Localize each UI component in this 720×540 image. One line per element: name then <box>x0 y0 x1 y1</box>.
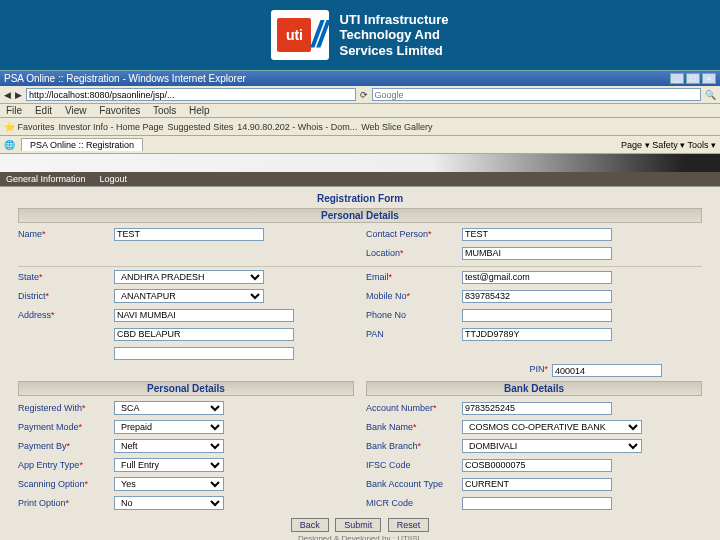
label-bankname: Bank Name* <box>366 422 458 432</box>
menu-view[interactable]: View <box>65 105 87 116</box>
fav-link-4[interactable]: Web Slice Gallery <box>361 122 432 132</box>
registration-form: Registration Form Personal Details Name*… <box>0 187 720 540</box>
paymode-select[interactable]: Prepaid <box>114 420 224 434</box>
slash-icon: // <box>311 14 323 56</box>
label-paymode: Payment Mode* <box>18 422 110 432</box>
label-apptype: App Entry Type* <box>18 460 110 470</box>
back-icon[interactable]: ◀ <box>4 90 11 100</box>
page-body: General Information Logout Registration … <box>0 154 720 540</box>
menu-bar: File Edit View Favorites Tools Help <box>0 104 720 118</box>
label-printopt: Print Option* <box>18 498 110 508</box>
label-email: Email* <box>366 272 458 282</box>
label-district: District* <box>18 291 110 301</box>
tab-active[interactable]: PSA Online :: Registration <box>21 138 143 151</box>
address1-field[interactable] <box>114 309 294 322</box>
name-field[interactable] <box>114 228 264 241</box>
label-pan: PAN <box>366 329 458 339</box>
menu-tools[interactable]: Tools <box>153 105 176 116</box>
section-personal-2: Personal Details <box>18 381 354 396</box>
label-pin: PIN* <box>529 364 548 377</box>
address-bar-row: ◀ ▶ ⟳ 🔍 <box>0 86 720 104</box>
address-input[interactable] <box>26 88 356 101</box>
tab-icon: 🌐 <box>4 140 15 150</box>
window-titlebar: PSA Online :: Registration - Windows Int… <box>0 70 720 86</box>
back-button[interactable]: Back <box>291 518 329 532</box>
label-location: Location* <box>366 248 458 258</box>
menu-help[interactable]: Help <box>189 105 210 116</box>
form-title: Registration Form <box>18 193 702 204</box>
page-header-image <box>0 154 720 172</box>
mobile-field[interactable] <box>462 290 612 303</box>
label-scanopt: Scanning Option* <box>18 479 110 489</box>
email-field[interactable] <box>462 271 612 284</box>
company-line2: Technology And <box>339 27 448 43</box>
menu-favorites[interactable]: Favorites <box>99 105 140 116</box>
section-personal: Personal Details <box>18 208 702 223</box>
printopt-select[interactable]: No <box>114 496 224 510</box>
pin-field[interactable] <box>552 364 662 377</box>
address2-field[interactable] <box>114 328 294 341</box>
logo-square: uti <box>277 18 311 52</box>
label-branch: Bank Branch* <box>366 441 458 451</box>
regwith-select[interactable]: SCA <box>114 401 224 415</box>
search-icon[interactable]: 🔍 <box>705 90 716 100</box>
fav-link-1[interactable]: Investor Info - Home Page <box>59 122 164 132</box>
accttype-field[interactable] <box>462 478 612 491</box>
corporate-banner: uti // UTI Infrastructure Technology And… <box>0 0 720 70</box>
company-line3: Services Limited <box>339 43 448 59</box>
state-select[interactable]: ANDHRA PRADESH <box>114 270 264 284</box>
location-field[interactable] <box>462 247 612 260</box>
label-phone: Phone No <box>366 310 458 320</box>
label-contact: Contact Person* <box>366 229 458 239</box>
submit-button[interactable]: Submit <box>335 518 381 532</box>
fav-link-3[interactable]: 14.90.80.202 - Whois - Dom... <box>237 122 357 132</box>
bankname-select[interactable]: COSMOS CO-OPERATIVE BANK <box>462 420 642 434</box>
label-ifsc: IFSC Code <box>366 460 458 470</box>
label-payby: Payment By* <box>18 441 110 451</box>
logo: uti // <box>271 10 329 60</box>
payby-select[interactable]: Neft <box>114 439 224 453</box>
search-input[interactable] <box>372 88 702 101</box>
pan-field[interactable] <box>462 328 612 341</box>
apptype-select[interactable]: Full Entry <box>114 458 224 472</box>
nav-logout[interactable]: Logout <box>100 174 128 184</box>
label-acctno: Account Number* <box>366 403 458 413</box>
section-bank: Bank Details <box>366 381 702 396</box>
page-tools[interactable]: Page ▾ Safety ▾ Tools ▾ <box>621 140 716 150</box>
forward-icon[interactable]: ▶ <box>15 90 22 100</box>
menu-file[interactable]: File <box>6 105 22 116</box>
company-name: UTI Infrastructure Technology And Servic… <box>339 12 448 59</box>
contact-field[interactable] <box>462 228 612 241</box>
developed-by: Designed & Developed by : UTIISL <box>18 534 702 540</box>
scanopt-select[interactable]: Yes <box>114 477 224 491</box>
maximize-icon[interactable]: □ <box>686 73 700 84</box>
reset-button[interactable]: Reset <box>388 518 430 532</box>
address3-field[interactable] <box>114 347 294 360</box>
favorites-row: ⭐ Favorites Investor Info - Home Page Su… <box>0 118 720 136</box>
label-state: State* <box>18 272 110 282</box>
fav-link-2[interactable]: Suggested Sites <box>168 122 234 132</box>
phone-field[interactable] <box>462 309 612 322</box>
acctno-field[interactable] <box>462 402 612 415</box>
company-line1: UTI Infrastructure <box>339 12 448 28</box>
micr-field[interactable] <box>462 497 612 510</box>
refresh-icon[interactable]: ⟳ <box>360 90 368 100</box>
tabs-bar: 🌐 PSA Online :: Registration Page ▾ Safe… <box>0 136 720 154</box>
minimize-icon[interactable]: _ <box>670 73 684 84</box>
branch-select[interactable]: DOMBIVALI <box>462 439 642 453</box>
page-nav: General Information Logout <box>0 172 720 187</box>
label-accttype: Bank Account Type <box>366 479 458 489</box>
label-mobile: Mobile No* <box>366 291 458 301</box>
window-title: PSA Online :: Registration - Windows Int… <box>4 73 246 84</box>
label-micr: MICR Code <box>366 498 458 508</box>
label-name: Name* <box>18 229 110 239</box>
district-select[interactable]: ANANTAPUR <box>114 289 264 303</box>
menu-edit[interactable]: Edit <box>35 105 52 116</box>
label-address: Address* <box>18 310 110 320</box>
ifsc-field[interactable] <box>462 459 612 472</box>
favorites-label[interactable]: ⭐ Favorites <box>4 122 55 132</box>
close-icon[interactable]: × <box>702 73 716 84</box>
label-regwith: Registered With* <box>18 403 110 413</box>
nav-general-info[interactable]: General Information <box>6 174 86 184</box>
